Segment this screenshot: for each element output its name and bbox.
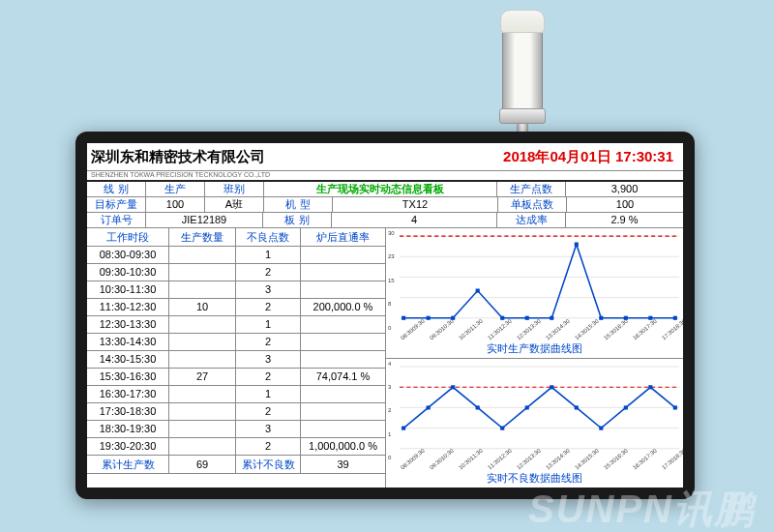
col-timeslot: 工作时段	[87, 228, 169, 246]
table-row: 14:30-15:303	[87, 351, 385, 369]
table-row: 17:30-18:302	[87, 403, 385, 421]
svg-rect-35	[673, 405, 677, 409]
svg-rect-9	[476, 288, 480, 292]
header-bar: 深圳东和精密技术有限公司 2018年04月01日 17:30:31	[87, 143, 683, 171]
prod-label: 生产	[146, 182, 205, 196]
svg-rect-14	[599, 316, 603, 320]
svg-rect-26	[451, 385, 455, 389]
rate-label: 达成率	[497, 213, 566, 227]
svg-rect-28	[500, 426, 504, 429]
svg-rect-25	[427, 405, 431, 409]
shift-name: A班	[205, 197, 264, 212]
table-row: 11:30-12:30102200,000.0 %	[87, 299, 385, 316]
single-label: 单板点数	[498, 197, 567, 212]
line-label: 线 别	[87, 182, 146, 196]
points-label: 生产点数	[497, 182, 566, 196]
svg-rect-6	[402, 316, 405, 320]
totals-qty-label: 累计生产数	[87, 456, 169, 473]
datetime-display: 2018年04月01日 17:30:31	[503, 148, 683, 166]
table-row: 16:30-17:301	[87, 386, 385, 403]
company-name-en: SHENZHEN TOKWA PRECISION TECKNOLOGY CO.,…	[87, 171, 683, 182]
svg-rect-34	[648, 385, 652, 389]
production-table: 工作时段 生产数量 不良点数 炉后直通率 08:30-09:30109:30-1…	[87, 228, 386, 488]
order-value: JIE12189	[146, 213, 263, 227]
board-value: 4	[332, 213, 497, 227]
table-row: 09:30-10:302	[87, 264, 385, 281]
col-qty: 生产数量	[169, 228, 236, 246]
table-row: 19:30-20:3021,000,000.0 %	[87, 438, 385, 456]
svg-rect-24	[402, 426, 405, 429]
info-row-1: 线 别 生产 班别 生产现场实时动态信息看板 生产点数 3,900	[87, 182, 683, 197]
totals-def-value: 39	[301, 456, 385, 473]
svg-rect-17	[673, 316, 677, 320]
svg-rect-7	[427, 316, 431, 320]
board-title: 生产现场实时动态信息看板	[264, 182, 497, 196]
board-label: 板 别	[263, 213, 332, 227]
svg-rect-33	[624, 405, 628, 409]
svg-rect-13	[575, 243, 579, 247]
col-passrate: 炉后直通率	[301, 228, 385, 246]
svg-rect-31	[575, 405, 579, 409]
table-footer: 累计生产数 69 累计不良数 39	[87, 456, 385, 474]
table-row: 12:30-13:301	[87, 316, 385, 334]
svg-rect-11	[525, 316, 529, 320]
shift-label: 班别	[205, 182, 264, 196]
target-value: 100	[146, 197, 205, 212]
svg-rect-10	[500, 316, 504, 320]
totals-def-label: 累计不良数	[236, 456, 301, 473]
chart1-title: 实时生产数据曲线图	[386, 341, 683, 356]
monitor-frame: 深圳东和精密技术有限公司 2018年04月01日 17:30:31 SHENZH…	[75, 132, 695, 499]
table-row: 18:30-19:303	[87, 421, 385, 438]
svg-rect-30	[550, 385, 553, 389]
company-name-cn: 深圳东和精密技术有限公司	[87, 148, 265, 166]
table-row: 08:30-09:301	[87, 247, 385, 264]
single-value: 100	[567, 197, 683, 212]
table-row: 13:30-14:302	[87, 334, 385, 351]
svg-rect-32	[599, 426, 603, 429]
rate-value: 2.9 %	[566, 213, 683, 227]
info-row-2: 目标产量 100 A班 机 型 TX12 单板点数 100	[87, 197, 683, 213]
target-label: 目标产量	[87, 197, 146, 212]
chart2-title: 实时不良数据曲线图	[386, 471, 683, 486]
points-value: 3,900	[566, 182, 683, 196]
svg-rect-12	[550, 316, 553, 320]
svg-rect-27	[476, 405, 480, 409]
svg-rect-29	[525, 405, 529, 409]
defect-chart: 43210 08:3009:3009:3010:3010:3011:3011:3…	[386, 359, 683, 488]
order-label: 订单号	[87, 213, 146, 227]
col-defect: 不良点数	[236, 228, 301, 246]
table-row: 15:30-16:3027274,074.1 %	[87, 369, 385, 386]
production-chart: 30231580 08:3009:3009:3010:3010:3011:301…	[386, 228, 683, 359]
model-value: TX12	[333, 197, 498, 212]
info-row-3: 订单号 JIE12189 板 别 4 达成率 2.9 %	[87, 213, 683, 228]
totals-qty-value: 69	[169, 456, 236, 473]
dashboard-screen: 深圳东和精密技术有限公司 2018年04月01日 17:30:31 SHENZH…	[87, 143, 683, 488]
model-label: 机 型	[264, 197, 333, 212]
table-row: 10:30-11:303	[87, 281, 385, 299]
